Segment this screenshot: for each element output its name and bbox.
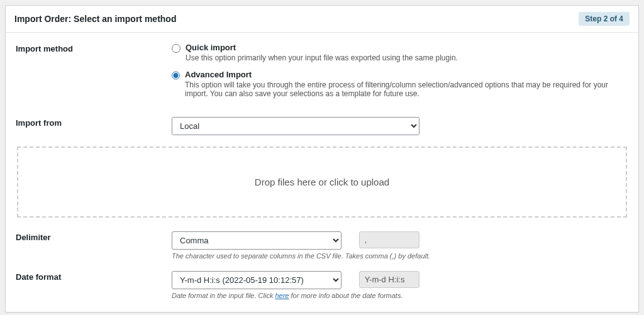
row-date-format: Date format Y-m-d H:i:s (2022-05-19 10:1… <box>16 271 628 299</box>
label-import-from: Import from <box>16 117 172 128</box>
field-date-format: Y-m-d H:i:s (2022-05-19 10:12:57) Y-m-d … <box>172 271 628 299</box>
radio-advanced-import-desc: This option will take you through the en… <box>185 80 628 98</box>
date-format-help: Date format in the input file. Click her… <box>172 292 628 299</box>
radio-advanced-import-input[interactable] <box>172 71 180 80</box>
card-header: Import Order: Select an import method St… <box>6 6 638 33</box>
step-badge: Step 2 of 4 <box>579 12 630 26</box>
dropzone-text: Drop files here or click to upload <box>255 177 389 187</box>
card-body: Import method Quick import Use this opti… <box>6 33 638 312</box>
date-format-preview: Y-m-d H:i:s <box>359 271 419 288</box>
radio-quick-import-label: Quick import <box>186 43 458 52</box>
label-date-format: Date format <box>16 271 172 282</box>
field-import-from: Local <box>172 117 628 135</box>
delimiter-preview: , <box>359 231 419 248</box>
row-import-method: Import method Quick import Use this opti… <box>16 43 628 106</box>
page-title: Import Order: Select an import method <box>14 14 176 24</box>
select-delimiter[interactable]: Comma <box>172 231 341 250</box>
label-delimiter: Delimiter <box>16 231 172 242</box>
date-help-pre: Date format in the input file. Click <box>172 292 275 299</box>
field-delimiter: Comma , The character used to separate c… <box>172 231 628 260</box>
date-help-post: for more info about the date formats. <box>289 292 403 299</box>
select-import-from[interactable]: Local <box>172 117 419 135</box>
file-dropzone[interactable]: Drop files here or click to upload <box>17 146 627 218</box>
date-format-help-link[interactable]: here <box>275 292 289 299</box>
row-import-from: Import from Local <box>16 117 628 135</box>
radio-quick-import-input[interactable] <box>172 44 180 53</box>
row-delimiter: Delimiter Comma , The character used to … <box>16 231 628 260</box>
field-import-method: Quick import Use this option primarily w… <box>172 43 628 106</box>
select-date-format[interactable]: Y-m-d H:i:s (2022-05-19 10:12:57) <box>172 271 341 289</box>
label-import-method: Import method <box>16 43 172 53</box>
radio-advanced-import-label: Advanced Import <box>185 70 628 79</box>
radio-quick-import: Quick import Use this option primarily w… <box>172 43 628 62</box>
radio-advanced-import: Advanced Import This option will take yo… <box>172 70 628 98</box>
delimiter-help: The character used to separate columns i… <box>172 252 628 260</box>
import-card: Import Order: Select an import method St… <box>5 5 639 312</box>
radio-quick-import-desc: Use this option primarily when your inpu… <box>186 53 458 62</box>
